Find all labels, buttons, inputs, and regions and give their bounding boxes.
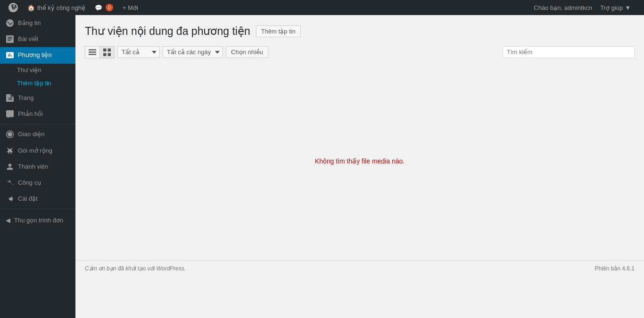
adminbar-right: Chào bạn, admintkcn Trợ giúp ▼ <box>529 4 640 11</box>
comments-button[interactable]: 💬 0 <box>90 0 118 15</box>
comments-menu-icon <box>6 110 14 118</box>
content-wrap: Thư viện nội dung đa phương tiện Thêm tậ… <box>75 15 644 260</box>
sidebar-item-media[interactable]: Phương tiện <box>0 47 75 63</box>
no-media-text: Không tìm thấy file media nào. <box>315 157 405 165</box>
sidebar-submenu-library-label: Thư viện <box>17 66 41 74</box>
comment-icon: 💬 <box>95 4 102 11</box>
sidebar-item-dashboard[interactable]: Bảng tin <box>0 15 75 31</box>
sidebar-item-tools-label: Công cụ <box>18 179 41 187</box>
search-input[interactable] <box>503 46 635 58</box>
dashboard-icon <box>6 19 14 27</box>
svg-rect-3 <box>103 49 106 51</box>
menu-separator-1 <box>0 124 75 124</box>
help-dropdown-icon: ▼ <box>625 4 631 11</box>
sidebar-item-plugins-label: Gói mở rộng <box>18 147 52 155</box>
site-name-label: thế kỷ công nghệ <box>37 4 85 11</box>
select-multiple-button[interactable]: Chọn nhiều <box>226 46 268 58</box>
pages-icon <box>6 94 14 102</box>
users-icon <box>6 163 14 171</box>
grid-view-button[interactable] <box>99 46 115 58</box>
sidebar-item-tools[interactable]: Công cụ <box>0 175 75 191</box>
sidebar-item-posts-label: Bài viết <box>18 35 38 43</box>
site-name-button[interactable]: 🏠 thế kỷ công nghệ <box>23 0 90 15</box>
greeting-text: Chào bạn, admintkcn <box>534 4 592 11</box>
sidebar-item-users-label: Thành viên <box>18 163 48 171</box>
tools-icon <box>6 179 14 187</box>
comments-count: 0 <box>106 4 113 11</box>
view-switch <box>85 46 115 58</box>
filter-type-select[interactable]: Tất cả Hình ảnh Âm thanh Video Tài liệu <box>117 46 160 58</box>
main-content: Thư viện nội dung đa phương tiện Thêm tậ… <box>75 15 644 318</box>
svg-rect-6 <box>108 53 111 56</box>
sidebar-item-comments-label: Phản hồi <box>18 110 43 118</box>
new-content-button[interactable]: + Mới <box>118 0 143 15</box>
admin-bar: 🏠 thế kỷ công nghệ 💬 0 + Mới Chào bạn, a… <box>0 0 644 15</box>
help-button[interactable]: Trợ giúp ▼ <box>595 4 636 11</box>
sidebar-item-settings[interactable]: Cài đặt <box>0 191 75 207</box>
sidebar-item-plugins[interactable]: Gói mở rộng <box>0 143 75 159</box>
sidebar-item-media-label: Phương tiện <box>18 51 52 59</box>
wp-logo-button[interactable] <box>4 0 23 15</box>
svg-rect-1 <box>89 51 96 52</box>
add-file-button[interactable]: Thêm tập tin <box>256 25 301 37</box>
footer-thanks: Cảm ơn bạn đã khởi tạo với WordPress. <box>85 265 186 272</box>
sidebar-submenu-add-file[interactable]: Thêm tập tin <box>0 77 75 90</box>
sidebar-submenu-add-file-label: Thêm tập tin <box>17 79 51 88</box>
media-toolbar: Tất cả Hình ảnh Âm thanh Video Tài liệu … <box>85 46 635 58</box>
sidebar-item-posts[interactable]: Bài viết <box>0 31 75 47</box>
site-footer: Cảm ơn bạn đã khởi tạo với WordPress. Ph… <box>75 260 644 277</box>
no-media-message: Không tìm thấy file media nào. <box>85 62 635 260</box>
sidebar-item-comments[interactable]: Phản hồi <box>0 106 75 122</box>
main-wrap: Bảng tin Bài viết Phương tiện Thư viện T… <box>0 15 644 318</box>
sidebar-item-dashboard-label: Bảng tin <box>18 19 41 27</box>
sidebar-item-appearance-label: Giao diện <box>18 130 44 139</box>
sidebar-item-appearance[interactable]: Giao diện <box>0 126 75 142</box>
sidebar-item-users[interactable]: Thành viên <box>0 159 75 175</box>
media-icon <box>6 51 14 59</box>
sidebar-item-settings-label: Cài đặt <box>18 195 38 203</box>
collapse-icon: ◀ <box>6 217 10 224</box>
svg-rect-2 <box>89 54 96 55</box>
menu-separator-2 <box>0 209 75 209</box>
adminbar-left: 🏠 thế kỷ công nghệ 💬 0 + Mới <box>4 0 143 15</box>
svg-rect-0 <box>89 49 96 50</box>
new-label: + Mới <box>123 4 138 11</box>
appearance-icon <box>6 130 14 139</box>
admin-sidebar: Bảng tin Bài viết Phương tiện Thư viện T… <box>0 15 75 318</box>
footer-version: Phiên bản 4.6.1 <box>595 265 635 272</box>
sidebar-item-pages-label: Trang <box>18 94 33 102</box>
filter-date-select[interactable]: Tất cả các ngày <box>163 46 223 58</box>
svg-rect-4 <box>108 49 111 51</box>
page-title: Thư viện nội dung đa phương tiện <box>85 24 250 39</box>
list-view-button[interactable] <box>85 46 99 58</box>
posts-icon <box>6 35 14 43</box>
collapse-menu-button[interactable]: ◀ Thu gọn trình đơn <box>0 213 75 228</box>
svg-rect-5 <box>103 53 106 56</box>
help-label: Trợ giúp <box>600 4 623 11</box>
collapse-menu-label: Thu gọn trình đơn <box>14 217 63 224</box>
page-title-row: Thư viện nội dung đa phương tiện Thêm tậ… <box>85 24 635 39</box>
sidebar-submenu-library[interactable]: Thư viện <box>0 64 75 77</box>
plugins-icon <box>6 147 14 155</box>
settings-icon <box>6 195 14 203</box>
sidebar-item-pages[interactable]: Trang <box>0 90 75 106</box>
